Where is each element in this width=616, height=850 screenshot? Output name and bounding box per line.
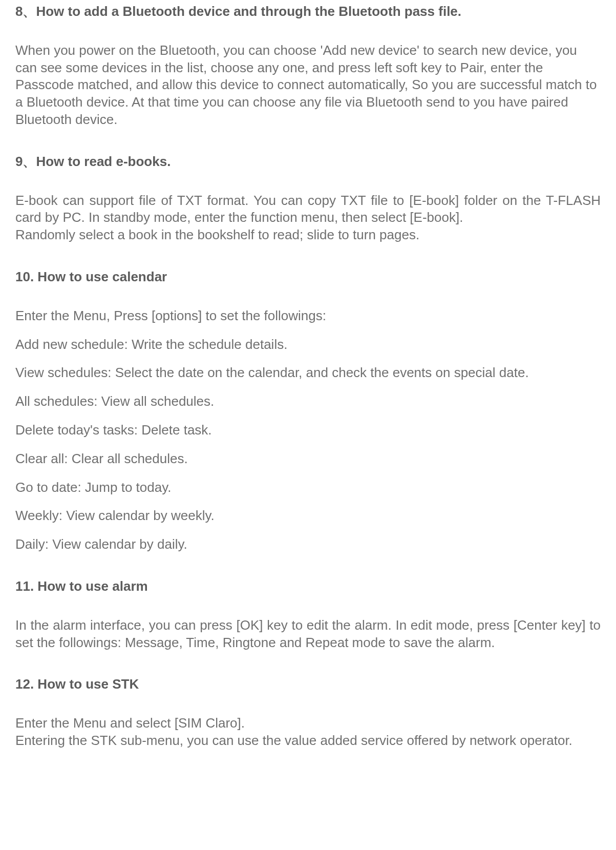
calendar-item-delete-today: Delete today's tasks: Delete task.: [15, 422, 601, 439]
paragraph-9-2: Randomly select a book in the bookshelf …: [15, 226, 601, 244]
calendar-item-clear-all: Clear all: Clear all schedules.: [15, 450, 601, 468]
calendar-item-go-to-date: Go to date: Jump to today.: [15, 479, 601, 496]
heading-11-alarm: 11. How to use alarm: [15, 578, 601, 595]
heading-9-ebooks: 9、How to read e-books.: [15, 153, 601, 171]
paragraph-12-1: Enter the Menu and select [SIM Claro].: [15, 715, 601, 732]
calendar-item-all-schedules: All schedules: View all schedules.: [15, 393, 601, 410]
paragraph-11-1: In the alarm interface, you can press [O…: [15, 617, 601, 652]
calendar-item-add-new: Add new schedule: Write the schedule det…: [15, 336, 601, 354]
paragraph-12-2: Entering the STK sub-menu, you can use t…: [15, 732, 601, 750]
heading-10-calendar: 10. How to use calendar: [15, 268, 601, 286]
heading-12-stk: 12. How to use STK: [15, 676, 601, 693]
calendar-item-view-schedules: View schedules: Select the date on the c…: [15, 364, 601, 382]
paragraph-10-intro: Enter the Menu, Press [options] to set t…: [15, 307, 601, 325]
calendar-item-daily: Daily: View calendar by daily.: [15, 536, 601, 553]
document-page: 8、How to add a Bluetooth device and thro…: [0, 3, 616, 781]
heading-8-bluetooth: 8、How to add a Bluetooth device and thro…: [15, 3, 601, 20]
paragraph-8-1: When you power on the Bluetooth, you can…: [15, 42, 601, 129]
calendar-item-weekly: Weekly: View calendar by weekly.: [15, 507, 601, 525]
paragraph-9-1: E-book can support file of TXT format. Y…: [15, 192, 601, 227]
